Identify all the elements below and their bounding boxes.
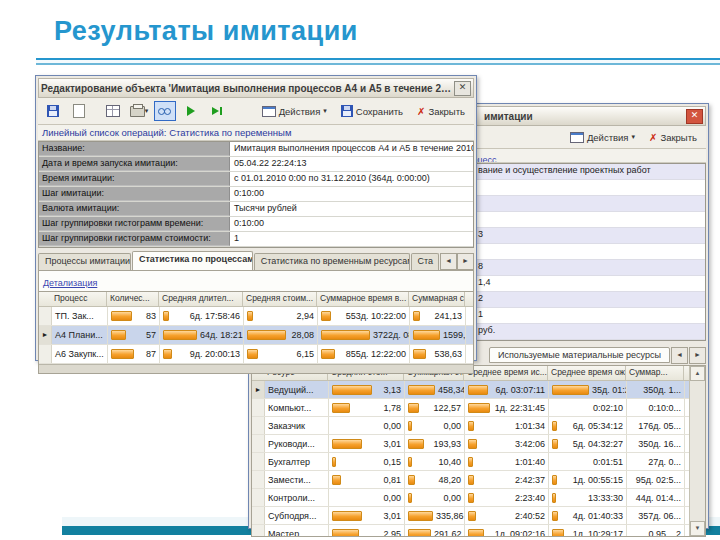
column-header[interactable]: Суммарная сто... — [409, 292, 465, 306]
cell-value: 0:02:10 — [593, 403, 623, 413]
column-header[interactable]: Среднее время ис... — [464, 366, 548, 380]
table-row[interactable]: ►А4 Плани...5764д. 18:21:1328,083722д. 0… — [39, 326, 473, 345]
tab-material-resources[interactable]: Используемые материальные ресурсы — [489, 347, 670, 363]
table-row[interactable]: Компьют...1,78122,571д. 22:31:450:02:100… — [252, 399, 689, 417]
cell: 1д. 10:29:17 — [549, 525, 627, 536]
column-header[interactable]: Средняя стоим... — [243, 292, 317, 306]
tab-scroll-right[interactable]: ► — [689, 347, 706, 364]
cell-name: Субподря... — [265, 507, 329, 524]
edit-save-button[interactable]: Сохранить — [336, 102, 408, 120]
cell: 28,08 — [244, 326, 318, 344]
cell-value: 28,08 — [291, 330, 314, 340]
cell: 6д. 05:34:12 — [549, 417, 627, 434]
table-row[interactable]: А6 Закупк...879д. 20:00:136,15855д. 12:2… — [39, 345, 473, 364]
row-marker — [252, 507, 265, 524]
table-row[interactable]: Субподря...3,01335,862:40:524д. 01:40:33… — [252, 507, 689, 525]
cell-value: 10,40 — [438, 457, 461, 467]
cell-value: 538,63 — [434, 349, 462, 359]
horizontal-scrollbar[interactable] — [39, 364, 473, 373]
processes-table-body: ТП. Зак...836д. 17:58:462,94553д. 10:22:… — [39, 307, 473, 364]
detail-link-row: Детализация — [38, 270, 474, 291]
table-row[interactable]: Мастер2,95291,621д. 09:02:161д. 10:29:17… — [252, 525, 689, 536]
table-row[interactable]: Замести...0,8148,202:42:371д. 00:55:1595… — [252, 471, 689, 489]
detail-link[interactable]: Детализация — [43, 278, 97, 288]
cell-value: 2:23:40 — [515, 493, 545, 503]
edit-actions-button[interactable]: Действия ▾ — [257, 103, 332, 120]
cell-value: 83 — [146, 311, 156, 321]
table-row[interactable]: ТП. Зак...836д. 17:58:462,94553д. 10:22:… — [39, 307, 473, 326]
print-icon-button[interactable]: ▾ — [128, 101, 150, 121]
form-value: Имитация выполнения процессов А4 и А5 в … — [230, 142, 473, 156]
document-icon — [73, 104, 85, 118]
value-bar — [408, 493, 412, 503]
document-icon-button[interactable] — [68, 101, 90, 121]
cell-value: 1д. 09:02:16 — [495, 529, 545, 537]
tab-scroll-right[interactable]: ► — [457, 253, 474, 270]
cell-value: 57 — [146, 330, 156, 340]
results-close-icon[interactable]: ✕ — [686, 109, 703, 124]
table-row[interactable]: Бухгалтер0,1510,401:01:400:01:5127д. 0..… — [252, 453, 689, 471]
edit-close-icon[interactable]: ✕ — [454, 81, 471, 96]
value-bar — [247, 311, 253, 321]
tab-2[interactable]: Статистика по процессам — [132, 251, 253, 270]
cell-value: 3,13 — [383, 385, 401, 395]
title-divider — [36, 58, 720, 65]
table-row[interactable]: Руководи...3,01193,933:42:065д. 04:32:27… — [252, 435, 689, 453]
value-bar — [552, 529, 564, 537]
value-bar — [111, 311, 132, 321]
column-header[interactable]: Средняя длител... — [159, 292, 243, 306]
scroll-down-icon[interactable]: ▼ — [690, 521, 705, 536]
value-bar — [321, 330, 370, 340]
tab-scroll-left[interactable]: ◄ — [671, 347, 688, 364]
edit-close-button[interactable]: ✗ Закрыть — [412, 103, 470, 120]
save-icon-button[interactable] — [42, 101, 64, 121]
cell: 0,15 — [329, 453, 405, 470]
cell-name: Бухгалтер — [265, 453, 329, 470]
results-close-button[interactable]: ✗ Закрыть — [644, 129, 702, 146]
cell: 0,00 — [405, 489, 465, 506]
value-bar — [332, 439, 362, 449]
cell: 64д. 18:21:13 — [160, 326, 244, 344]
row-marker — [39, 345, 52, 363]
tab-scroll-left[interactable]: ◄ — [440, 253, 457, 270]
column-header[interactable]: Процесс — [51, 292, 107, 306]
form-value: 1 — [230, 232, 473, 246]
table-row[interactable]: ►Ведущий...3,13458,346д. 03:07:1135д. 01… — [252, 381, 689, 399]
tab-3[interactable]: Статистика по временным ресурсам — [254, 253, 410, 270]
table-view-icon-button[interactable] — [102, 101, 124, 121]
column-header[interactable]: Суммарное время в... — [317, 292, 409, 306]
step-simulation-button[interactable] — [206, 101, 228, 121]
row-marker: ► — [39, 326, 52, 344]
actions-icon — [570, 132, 584, 143]
scroll-up-icon[interactable]: ▲ — [690, 366, 705, 381]
section-header: Линейный список операций: Статистика по … — [38, 125, 474, 141]
column-header[interactable]: Суммар... — [626, 366, 684, 380]
cell: 0,00 — [329, 417, 405, 434]
tab-1[interactable]: Процессы имитации — [38, 253, 131, 270]
results-actions-button[interactable]: Действия ▾ — [565, 129, 640, 146]
play-icon — [187, 106, 195, 116]
table-row[interactable]: Контроли...0,000,002:23:4013:33:3044д. 0… — [252, 489, 689, 507]
table-row[interactable]: Заказчик0,000,001:01:346д. 05:34:12176д.… — [252, 417, 689, 435]
results-close-label: Закрыть — [660, 132, 697, 143]
resources-scrollbar[interactable]: ▲ ▼ — [689, 366, 705, 536]
form-value: 0:10:00 — [230, 187, 473, 201]
column-header[interactable]: Количес... — [107, 292, 159, 306]
cell-value: 44д. 01:4... — [636, 493, 681, 503]
cell-value: 2,95 — [383, 529, 401, 537]
tab-4[interactable]: Ста — [411, 253, 439, 270]
cell-value: 553д. 10:22:00 — [346, 311, 406, 321]
cell: 4д. 01:40:33 — [549, 507, 627, 524]
cell: 335,86 — [405, 507, 465, 524]
column-header[interactable]: Среднее время ож... — [548, 366, 626, 380]
run-simulation-button[interactable] — [180, 101, 202, 121]
cell: 9д. 20:00:13 — [160, 345, 244, 363]
floppy-icon — [47, 105, 59, 117]
cell: 1д. 22:31:45 — [465, 399, 549, 416]
table-icon — [106, 105, 120, 117]
link-mode-icon-button[interactable] — [154, 101, 176, 121]
form-row: Дата и время запуска имитации:05.04.22 2… — [39, 157, 473, 172]
cell-value: 1599,53 — [443, 330, 466, 340]
value-bar — [332, 475, 341, 485]
form-row: Шаг имитации:0:10:00 — [39, 187, 473, 202]
